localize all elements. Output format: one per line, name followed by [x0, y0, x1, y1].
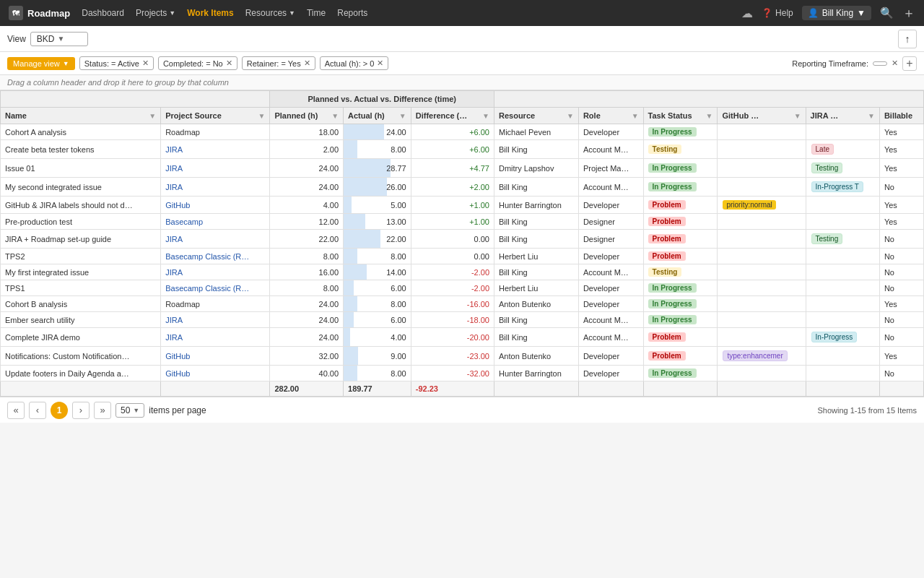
cell-task-status: Problem [643, 230, 718, 249]
cell-source[interactable]: JIRA [161, 312, 270, 328]
cell-source[interactable]: JIRA [161, 230, 270, 249]
first-page-button[interactable]: « [7, 402, 25, 419]
col-task-status[interactable]: Task Status▼ [643, 108, 718, 124]
nav-reports[interactable]: Reports [337, 8, 367, 18]
cell-jira-label [806, 214, 879, 230]
github-filter-icon[interactable]: ▼ [794, 112, 801, 120]
cell-resource: Herbert Liu [494, 280, 579, 296]
nav-time[interactable]: Time [307, 8, 326, 18]
jira-filter-icon[interactable]: ▼ [868, 112, 875, 120]
col-actual[interactable]: Actual (h)▼ [344, 108, 411, 124]
status-badge: Problem [648, 234, 686, 243]
cell-task-status: In Progress [643, 124, 718, 140]
cell-resource: Bill King [494, 230, 579, 249]
status-badge: In Progress [648, 127, 697, 137]
col-planned[interactable]: Planned (h)▼ [270, 108, 344, 124]
cell-source[interactable]: Basecamp [161, 214, 270, 230]
cell-name: Pre-production test [1, 214, 161, 230]
cell-task-status: In Progress [643, 312, 718, 328]
nav-projects[interactable]: Projects ▼ [136, 8, 175, 18]
col-billable[interactable]: Billable [879, 108, 923, 124]
cell-billable: Yes [879, 197, 923, 214]
col-role[interactable]: Role▼ [578, 108, 643, 124]
status-badge: Problem [648, 332, 686, 342]
cell-source[interactable]: JIRA [161, 140, 270, 159]
table-row: Complete JIRA demoJIRA24.004.00-20.00Bil… [1, 328, 924, 347]
cell-resource: Anton Butenko [494, 296, 579, 312]
user-icon: 👤 [808, 8, 819, 18]
data-table-wrapper[interactable]: Planned vs. Actual vs. Difference (time)… [0, 90, 924, 397]
cell-source[interactable]: Basecamp Classic (R… [161, 249, 270, 264]
add-filter-button[interactable]: + [902, 56, 917, 71]
table-row: Pre-production testBasecamp12.0013.00+1.… [1, 214, 924, 230]
manage-view-button[interactable]: Manage view ▼ [7, 57, 75, 70]
col-diff[interactable]: Difference (…▼ [411, 108, 494, 124]
reporting-timeframe-value[interactable] [873, 61, 887, 66]
view-select[interactable]: BKD ▼ [30, 32, 88, 46]
cloud-icon[interactable]: ☁ [741, 7, 753, 20]
col-name[interactable]: Name▼ [1, 108, 161, 124]
search-icon[interactable]: 🔍 [880, 7, 894, 20]
cell-jira-label [806, 197, 879, 214]
nav-dashboard[interactable]: Dashboard [82, 8, 124, 18]
filter-retainer-close[interactable]: ✕ [304, 59, 310, 68]
col-jira[interactable]: JIRA …▼ [806, 108, 879, 124]
add-icon[interactable]: ＋ [902, 4, 915, 22]
cell-planned: 32.00 [270, 347, 344, 366]
next-page-button[interactable]: › [72, 402, 90, 419]
cell-github-label: priority:normal [718, 197, 806, 214]
source-filter-icon[interactable]: ▼ [258, 112, 266, 120]
app-logo[interactable]: 🗺 Roadmap [9, 6, 70, 20]
filter-completed-close[interactable]: ✕ [226, 59, 232, 68]
help-button[interactable]: ❓ Help [762, 8, 793, 18]
jira-label-tag: In-Progress [811, 332, 858, 342]
cell-planned: 8.00 [270, 249, 344, 264]
name-filter-icon[interactable]: ▼ [149, 112, 156, 120]
cell-source[interactable]: JIRA [161, 159, 270, 178]
cell-resource: Dmitry Lapshov [494, 159, 579, 178]
cell-billable: Yes [879, 124, 923, 140]
nav-workitems[interactable]: Work Items [187, 8, 233, 18]
cell-source[interactable]: GitHub [161, 347, 270, 366]
export-button[interactable]: ↑ [898, 30, 917, 48]
cell-source[interactable]: JIRA [161, 178, 270, 197]
manage-view-caret: ▼ [63, 60, 69, 67]
current-page[interactable]: 1 [51, 402, 68, 419]
col-resource[interactable]: Resource▼ [494, 108, 579, 124]
taskstatus-filter-icon[interactable]: ▼ [706, 112, 713, 120]
col-source[interactable]: Project Source▼ [161, 108, 270, 124]
planned-filter-icon[interactable]: ▼ [331, 112, 339, 120]
cell-task-status: Problem [643, 347, 718, 366]
diff-filter-icon[interactable]: ▼ [482, 112, 489, 120]
cell-task-status: In Progress [643, 178, 718, 197]
cell-source[interactable]: Basecamp Classic (R… [161, 280, 270, 296]
cell-source[interactable]: GitHub [161, 366, 270, 381]
cell-role: Account M… [578, 328, 643, 347]
nav-resources[interactable]: Resources ▼ [245, 8, 295, 18]
table-row: Create beta tester tokensJIRA2.008.00+6.… [1, 140, 924, 159]
work-items-table: Planned vs. Actual vs. Difference (time)… [0, 90, 924, 397]
cell-billable: Yes [879, 159, 923, 178]
filter-status-close[interactable]: ✕ [142, 59, 149, 68]
filter-actual-close[interactable]: ✕ [377, 59, 383, 68]
cell-source[interactable]: JIRA [161, 264, 270, 280]
user-menu[interactable]: 👤 Bill King ▼ [802, 6, 871, 20]
cell-role: Developer [578, 124, 643, 140]
reporting-timeframe-close[interactable]: ✕ [892, 59, 898, 68]
cell-actual: 9.00 [344, 347, 411, 366]
prev-page-button[interactable]: ‹ [29, 402, 46, 419]
role-filter-icon[interactable]: ▼ [632, 112, 639, 120]
resource-filter-icon[interactable]: ▼ [567, 112, 574, 120]
cell-source[interactable]: JIRA [161, 328, 270, 347]
last-page-button[interactable]: » [94, 402, 111, 419]
cell-diff: 0.00 [411, 249, 494, 264]
actual-filter-icon[interactable]: ▼ [399, 112, 406, 120]
total-empty [161, 381, 270, 397]
per-page-select[interactable]: 50 ▼ [116, 403, 144, 418]
col-github[interactable]: GitHub …▼ [718, 108, 806, 124]
cell-github-label [718, 264, 806, 280]
cell-actual: 24.00 [344, 124, 411, 140]
cell-role: Developer [578, 347, 643, 366]
cell-source[interactable]: GitHub [161, 197, 270, 214]
cell-planned: 12.00 [270, 214, 344, 230]
